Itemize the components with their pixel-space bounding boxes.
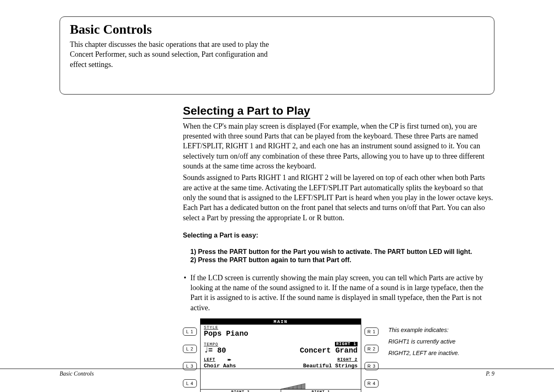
para1: When the CP's main play screen is displa… [183, 121, 494, 171]
button-l4: L 4 [183, 379, 197, 387]
section-heading: Selecting a Part to Play [183, 104, 310, 119]
para2: Sounds assigned to Parts RIGHT 1 and RIG… [183, 173, 494, 222]
footer: Basic Controls P. 9 [0, 369, 554, 377]
button-r2: R 2 [365, 345, 379, 353]
intro-text: This chapter discusses the basic operati… [70, 39, 284, 69]
button-l2: L 2 [183, 345, 197, 353]
annotation-line1: This example indicates: [388, 324, 459, 336]
button-r1: R 1 [365, 327, 379, 336]
right2-value: Beautiful Strings [303, 363, 358, 369]
subheading: Selecting a Part is easy: [183, 232, 494, 239]
bottom-left-label: RIGHT 2 [201, 390, 281, 392]
intro-box: Basic Controls This chapter discusses th… [60, 16, 494, 95]
style-value: Pops Piano [204, 330, 358, 337]
footer-left: Basic Controls [60, 371, 94, 377]
section: Selecting a Part to Play When the CP's m… [183, 104, 494, 392]
button-r4: R 4 [365, 379, 379, 387]
step2: 2) Press the PART button again to turn t… [190, 256, 494, 264]
lcd-title: MAIN [201, 319, 361, 325]
bottom-right-label: RIGHT 1 [281, 390, 361, 392]
left-value: Choir Aahs [204, 363, 236, 369]
steps: 1) Press the PART button for the Part yo… [190, 248, 494, 264]
step1: 1) Press the PART button for the Part yo… [190, 248, 494, 256]
annotation-line2: RIGHT1 is currently active [388, 336, 459, 347]
bullet-text: If the LCD screen is currently showing t… [190, 273, 494, 313]
lcd-diagram: L 1 L 2 L 3 L 4 MAIN STYLE Pops Piano [183, 318, 379, 392]
keyboard-graphic-icon [281, 383, 305, 389]
right1-value: Concert Grand [300, 347, 358, 354]
right1-label: RIGHT 1 [335, 342, 358, 346]
right2-label: RIGHT 2 [337, 357, 358, 362]
annotations: This example indicates: RIGHT1 is curren… [388, 324, 459, 359]
tempo-value: ♩= 80 [204, 347, 226, 354]
button-l1: L 1 [183, 327, 197, 336]
bullet-dot: • [184, 273, 186, 313]
left-label: LEFT [204, 357, 215, 362]
annotation-line3: RIGHT2, LEFT are inactive. [388, 347, 459, 359]
intro-title: Basic Controls [70, 22, 484, 37]
bullet-item: • If the LCD screen is currently showing… [183, 273, 494, 313]
lcd-screen: MAIN STYLE Pops Piano TEMPO ♩= 80 [200, 318, 361, 392]
play-icon: ▶▶ [228, 357, 231, 362]
footer-right: P. 9 [486, 371, 494, 377]
